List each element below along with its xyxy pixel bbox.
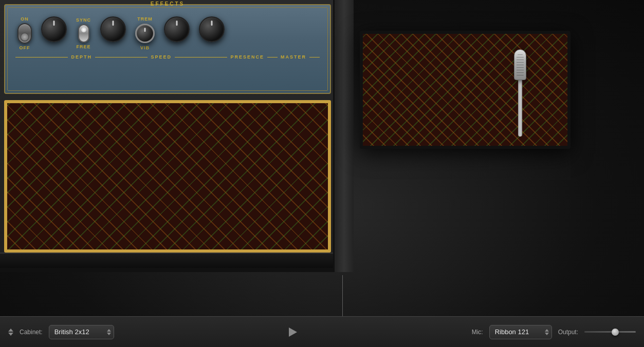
effects-label: EFFECTS bbox=[148, 1, 188, 7]
cabinet-grille-pattern bbox=[363, 34, 567, 146]
master-bottom-label: MASTER bbox=[278, 54, 309, 60]
vertical-position-line bbox=[342, 275, 343, 316]
mic-label: Mic: bbox=[472, 329, 483, 336]
vib-label: VIB bbox=[140, 45, 150, 50]
cabinet-box bbox=[360, 31, 571, 149]
effects-panel: EFFECTS ON OFF SYNC FREE bbox=[4, 4, 331, 94]
master-knob-group bbox=[199, 16, 225, 42]
depth-bottom-label: DEPTH bbox=[68, 54, 95, 60]
bottom-toolbar: Cabinet: British 2x12 British 4x12 Ameri… bbox=[0, 316, 644, 347]
mic-head bbox=[514, 49, 526, 80]
cabinet-arrow-down[interactable] bbox=[8, 333, 13, 336]
cabinet-arrow-up[interactable] bbox=[8, 329, 13, 332]
mic-select-wrapper[interactable]: Ribbon 121 Condenser 87 Dynamic 20 Dynam… bbox=[489, 325, 552, 339]
output-slider-thumb[interactable] bbox=[612, 329, 619, 336]
speaker-grille bbox=[4, 100, 331, 253]
on-label: ON bbox=[21, 16, 29, 22]
speed-knob-group bbox=[100, 16, 126, 42]
output-label: Output: bbox=[558, 329, 578, 336]
microphone bbox=[514, 49, 526, 137]
off-label: OFF bbox=[20, 45, 30, 50]
on-off-toggle[interactable] bbox=[17, 23, 32, 44]
on-off-toggle-group: ON OFF bbox=[17, 16, 32, 50]
cabinet-stepper[interactable] bbox=[8, 329, 13, 336]
free-label: FREE bbox=[77, 44, 91, 49]
cabinet-label: Cabinet: bbox=[20, 329, 43, 336]
sync-label: SYNC bbox=[76, 17, 91, 23]
cabinet-select-wrapper[interactable]: British 2x12 British 4x12 American 1x12 … bbox=[49, 325, 114, 339]
trem-label: TREM bbox=[137, 16, 153, 22]
line-presence-master bbox=[267, 57, 278, 57]
amp-side-panel bbox=[333, 0, 354, 272]
sync-free-toggle-group: SYNC FREE bbox=[76, 17, 91, 49]
line-speed-presence bbox=[175, 57, 227, 57]
line-depth-speed bbox=[95, 57, 148, 57]
presence-knob[interactable] bbox=[164, 16, 190, 42]
mic-select[interactable]: Ribbon 121 Condenser 87 Dynamic 20 Dynam… bbox=[489, 325, 552, 339]
sync-free-toggle[interactable] bbox=[78, 24, 89, 43]
line-left bbox=[15, 57, 68, 57]
master-knob[interactable] bbox=[199, 16, 225, 42]
line-right bbox=[309, 57, 320, 57]
play-icon bbox=[289, 327, 297, 337]
right-cabinet bbox=[360, 31, 581, 180]
presence-bottom-label: PRESENCE bbox=[227, 54, 267, 60]
amp-body: EFFECTS ON OFF SYNC FREE bbox=[0, 0, 339, 272]
output-slider-track[interactable] bbox=[584, 331, 636, 333]
depth-knob-group bbox=[41, 16, 67, 42]
speed-knob[interactable] bbox=[100, 16, 126, 42]
mic-body bbox=[518, 80, 522, 137]
cabinet-reflection bbox=[360, 149, 571, 180]
trem-vib-knob[interactable] bbox=[135, 24, 155, 43]
speed-bottom-label: SPEED bbox=[148, 54, 175, 60]
play-button[interactable] bbox=[288, 327, 298, 337]
presence-knob-group bbox=[164, 16, 190, 42]
amp-bottom-strip bbox=[0, 253, 335, 268]
output-slider-container bbox=[584, 331, 636, 333]
grille-pattern bbox=[7, 103, 328, 249]
depth-knob[interactable] bbox=[41, 16, 67, 42]
cabinet-select[interactable]: British 2x12 British 4x12 American 1x12 … bbox=[49, 325, 114, 339]
bottom-labels-row: DEPTH SPEED PRESENCE MASTER bbox=[5, 50, 330, 60]
